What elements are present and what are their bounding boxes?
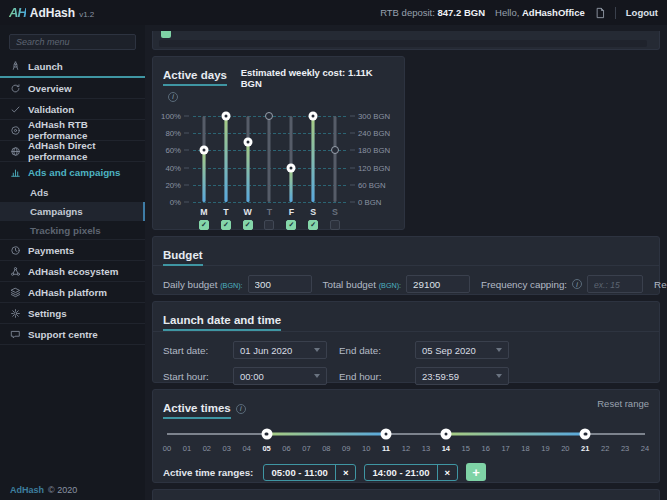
slider-handle[interactable] — [221, 112, 230, 121]
slider-handle[interactable] — [331, 146, 339, 154]
hour-tick: 11 — [382, 444, 390, 453]
budget-title: Budget — [163, 249, 203, 266]
daily-budget-group: Daily budget (BGN): — [163, 275, 312, 293]
day-slider-t[interactable]: T✓ — [219, 116, 233, 230]
day-checkbox[interactable]: ✓ — [308, 220, 318, 230]
percent-tick: 20% — [165, 180, 189, 189]
sidebar-item-ads-and-campaigns[interactable]: Ads and campaigns — [0, 162, 145, 183]
total-budget-input[interactable] — [406, 275, 470, 293]
brand-name: AdHash — [30, 6, 75, 20]
remove-range-button[interactable]: × — [437, 465, 458, 480]
bgn-axis: 300 BGN240 BGN180 BGN120 BGN60 BGN0 BGN — [350, 116, 394, 202]
sidebar-item-tracking-pixels[interactable]: Tracking pixels — [0, 221, 145, 240]
slider-track[interactable] — [284, 116, 298, 202]
footer-copyright: © 2020 — [48, 485, 77, 495]
day-checkbox[interactable] — [264, 220, 274, 230]
check-icon — [10, 104, 21, 115]
slider-track[interactable] — [197, 116, 211, 202]
active-days-title: Active days — [163, 69, 227, 86]
slider-track[interactable] — [241, 116, 255, 202]
slider-handle[interactable] — [580, 429, 591, 440]
hour-tick: 01 — [183, 444, 191, 453]
document-icon[interactable] — [595, 7, 605, 19]
day-checkbox[interactable] — [330, 220, 340, 230]
end-hour-select[interactable]: 23:59:59 — [415, 367, 509, 385]
daily-budget-input[interactable] — [248, 275, 312, 293]
chevron-down-icon — [314, 374, 320, 378]
search-input[interactable] — [9, 34, 136, 50]
footer: AdHash © 2020 — [0, 480, 145, 500]
slider-handle[interactable] — [309, 112, 318, 121]
adhash-logo-icon: AH — [9, 5, 26, 20]
slider-track[interactable] — [328, 116, 342, 202]
logout-button[interactable]: Logout — [626, 7, 658, 18]
time-range-segment — [446, 433, 585, 436]
percent-tick: 0% — [170, 198, 189, 207]
day-slider-s[interactable]: S — [328, 116, 342, 230]
hour-tick: 17 — [501, 444, 509, 453]
slider-handle[interactable] — [265, 112, 273, 120]
slider-handle[interactable] — [287, 163, 296, 172]
reset-range-button[interactable]: Reset range — [597, 398, 649, 409]
sidebar-item-launch[interactable]: Launch — [0, 57, 145, 78]
day-checkbox[interactable]: ✓ — [286, 220, 296, 230]
brand-group: AH AdHash v1.2 — [9, 5, 94, 20]
day-slider-w[interactable]: W✓ — [241, 116, 255, 230]
footer-brand: AdHash — [10, 485, 44, 495]
bgn-tick: 60 BGN — [350, 180, 386, 189]
end-hour-label: End hour: — [339, 371, 403, 382]
slider-fill — [246, 142, 249, 202]
hour-tick: 07 — [302, 444, 310, 453]
hour-tick: 21 — [581, 444, 589, 453]
chevron-down-icon — [496, 348, 502, 352]
hour-tick: 03 — [223, 444, 231, 453]
start-hour-select[interactable]: 00:00 — [233, 367, 327, 385]
day-checkbox[interactable]: ✓ — [199, 220, 209, 230]
day-slider-t[interactable]: T — [262, 116, 276, 230]
sidebar-item-validation[interactable]: Validation — [0, 99, 145, 120]
info-icon[interactable] — [572, 279, 582, 289]
slider-track[interactable] — [262, 116, 276, 202]
hour-tick: 15 — [462, 444, 470, 453]
slider-handle[interactable] — [243, 137, 252, 146]
active-times-panel: Active times Reset range 000102030405060… — [152, 389, 660, 483]
hours-slider[interactable] — [167, 427, 645, 441]
cutoff-checkbox[interactable] — [161, 31, 171, 38]
slider-handle[interactable] — [381, 429, 392, 440]
slider-handle[interactable] — [261, 429, 272, 440]
day-slider-s[interactable]: S✓ — [306, 116, 320, 230]
sidebar-item-settings[interactable]: Settings — [0, 303, 145, 324]
sidebar-item-label: Overview — [28, 83, 72, 94]
slider-handle[interactable] — [440, 429, 451, 440]
sidebar-item-adhash-rtb-performance[interactable]: AdHash RTB performance — [0, 120, 145, 141]
end-date-select[interactable]: 05 Sep 2020 — [415, 341, 509, 359]
sidebar-item-adhash-platform[interactable]: AdHash platform — [0, 282, 145, 303]
day-slider-m[interactable]: M✓ — [197, 116, 211, 230]
sidebar-item-overview[interactable]: Overview — [0, 78, 145, 99]
remove-range-button[interactable]: × — [335, 465, 356, 480]
chevron-down-icon — [314, 348, 320, 352]
greeting: Hello, AdHashOffice — [495, 7, 585, 18]
time-range-chips: 05:00 - 11:00×14:00 - 21:00× — [263, 464, 458, 481]
hour-tick: 04 — [242, 444, 250, 453]
add-range-button[interactable]: + — [466, 463, 486, 481]
sidebar-item-payments[interactable]: Payments — [0, 240, 145, 261]
day-slider-f[interactable]: F✓ — [284, 116, 298, 230]
start-date-select[interactable]: 01 Jun 2020 — [233, 341, 327, 359]
sidebar-menu: LaunchOverviewValidationAdHash RTB perfo… — [0, 57, 145, 345]
sidebar-item-support-centre[interactable]: Support centre — [0, 324, 145, 345]
sidebar-item-adhash-ecosystem[interactable]: AdHash ecosystem — [0, 261, 145, 282]
frequency-capping-input[interactable] — [587, 275, 643, 293]
slider-track[interactable] — [306, 116, 320, 202]
sidebar-item-adhash-direct-performance[interactable]: AdHash Direct performance — [0, 141, 145, 162]
info-icon[interactable] — [236, 404, 246, 414]
slider-handle[interactable] — [200, 146, 209, 155]
day-label: M — [200, 207, 207, 218]
slider-track[interactable] — [219, 116, 233, 202]
info-icon[interactable] — [168, 92, 178, 102]
day-checkbox[interactable]: ✓ — [243, 220, 253, 230]
bgn-tick: 120 BGN — [350, 163, 390, 172]
day-checkbox[interactable]: ✓ — [221, 220, 231, 230]
sidebar-item-ads[interactable]: Ads — [0, 183, 145, 202]
sidebar-item-campaigns[interactable]: Campaigns — [0, 202, 145, 221]
